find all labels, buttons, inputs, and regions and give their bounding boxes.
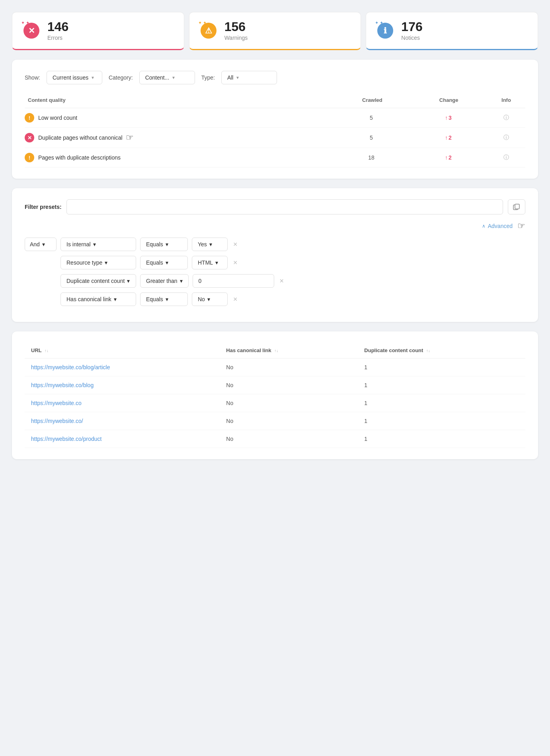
field-select-3[interactable]: Duplicate content count ▾ — [60, 274, 136, 288]
canonical-col-header[interactable]: Has canonical link ↑↓ — [220, 343, 358, 359]
duplicate-sort-icon: ↑↓ — [426, 349, 430, 353]
url-cell[interactable]: https://mywebsite.co/ — [25, 412, 220, 430]
table-row[interactable]: https://mywebsite.coNo1 — [25, 394, 525, 412]
type-label: Type: — [201, 74, 215, 81]
warn-icon-2: ! — [25, 153, 34, 162]
duplicate-cell: 1 — [358, 430, 525, 448]
sparkle-warn-icon: ✦ ✦ — [198, 20, 207, 25]
op-2-value: Equals — [146, 259, 163, 266]
table-row[interactable]: ! Low word count 5 ↑3 ⓘ — [25, 108, 525, 128]
remove-filter-1[interactable]: × — [232, 239, 239, 249]
content-quality-table: Content quality Crawled Change Info ! Lo… — [25, 94, 525, 168]
row-2-crawled: 5 — [333, 134, 410, 141]
field-select-1[interactable]: Is internal ▾ — [60, 238, 136, 251]
warnings-label: Warnings — [224, 35, 248, 41]
warnings-icon-wrap: ✦ ✦ ⚠ — [199, 21, 218, 40]
url-sort-icon: ↑↓ — [45, 349, 49, 353]
col-crawled-header: Crawled — [334, 97, 410, 103]
val-select-2[interactable]: HTML ▾ — [192, 256, 228, 269]
category-label: Category: — [109, 74, 133, 81]
url-col-header[interactable]: URL ↑↓ — [25, 343, 220, 359]
remove-filter-4[interactable]: × — [232, 294, 239, 304]
url-cell[interactable]: https://mywebsite.co — [25, 394, 220, 412]
error-row-icon: ✕ — [25, 133, 34, 142]
cursor-hand-icon: ☞ — [126, 132, 134, 143]
svg-rect-1 — [515, 204, 519, 209]
table-row[interactable]: https://mywebsite.co/No1 — [25, 412, 525, 430]
remove-filter-3[interactable]: × — [278, 276, 286, 286]
cursor-hand-icon-2: ☞ — [517, 221, 525, 231]
op-select-2[interactable]: Equals ▾ — [140, 256, 188, 269]
field-select-2[interactable]: Resource type ▾ — [60, 256, 136, 269]
duplicate-cell: 1 — [358, 376, 525, 394]
summary-row: ✦ ✦ ✕ 146 Errors ✦ ✦ ⚠ 156 Warnings ✦ ✦ … — [12, 12, 538, 50]
url-cell[interactable]: https://mywebsite.co/blog/article — [25, 359, 220, 376]
type-chevron-icon: ▾ — [236, 75, 239, 80]
table-row[interactable]: https://mywebsite.co/blogNo1 — [25, 376, 525, 394]
op-chevron-icon-2: ▾ — [166, 259, 168, 266]
warn-icon: ! — [25, 113, 34, 123]
notices-label: Notices — [401, 35, 422, 41]
table-row[interactable]: ! Pages with duplicate descriptions 18 ↑… — [25, 148, 525, 168]
notices-card[interactable]: ✦ ✦ ℹ 176 Notices — [366, 12, 538, 50]
connector-select-1[interactable]: And ▾ — [25, 238, 57, 251]
op-4-value: Equals — [146, 296, 163, 302]
errors-label: Errors — [47, 35, 68, 41]
notices-text: 176 Notices — [401, 20, 422, 41]
field-chevron-icon-4: ▾ — [114, 296, 117, 302]
notices-icon-wrap: ✦ ✦ ℹ — [376, 21, 395, 40]
up-arrow-icon: ↑ — [445, 154, 448, 161]
field-select-4[interactable]: Has canonical link ▾ — [60, 292, 136, 306]
val-select-1[interactable]: Yes ▾ — [192, 238, 228, 251]
table-row[interactable]: ✕ Duplicate pages without canonical ☞ 5 … — [25, 128, 525, 148]
op-select-4[interactable]: Equals ▾ — [140, 292, 188, 306]
type-select[interactable]: All ▾ — [221, 71, 277, 84]
presets-copy-button[interactable] — [508, 199, 525, 214]
col-name-header: Content quality — [25, 97, 334, 103]
filters-row: Show: Current issues ▾ Category: Content… — [25, 71, 525, 84]
row-3-change: ↑2 — [410, 154, 487, 161]
connector-1-value: And — [30, 241, 40, 247]
duplicate-col-header[interactable]: Duplicate content count ↑↓ — [358, 343, 525, 359]
notices-count: 176 — [401, 20, 422, 33]
row-3-crawled: 18 — [333, 154, 410, 161]
errors-card[interactable]: ✦ ✦ ✕ 146 Errors — [12, 12, 184, 50]
category-select[interactable]: Content... ▾ — [139, 71, 195, 84]
field-3-value: Duplicate content count — [66, 278, 125, 284]
field-chevron-icon-3: ▾ — [127, 278, 130, 284]
data-table: URL ↑↓ Has canonical link ↑↓ Duplicate c… — [25, 343, 525, 448]
table-row[interactable]: https://mywebsite.co/blog/articleNo1 — [25, 359, 525, 376]
row-3-info[interactable]: ⓘ — [487, 154, 525, 161]
url-cell[interactable]: https://mywebsite.co/product — [25, 430, 220, 448]
filter-row-1: And ▾ Is internal ▾ Equals ▾ Yes ▾ × — [25, 238, 525, 251]
errors-text: 146 Errors — [47, 20, 68, 41]
op-select-1[interactable]: Equals ▾ — [140, 238, 188, 251]
val-select-4[interactable]: No ▾ — [192, 292, 228, 306]
val-chevron-icon-2: ▾ — [215, 259, 218, 266]
advanced-label[interactable]: Advanced — [488, 223, 513, 229]
field-chevron-icon-2: ▾ — [105, 259, 107, 266]
field-2-value: Resource type — [66, 259, 102, 266]
row-2-name: Duplicate pages without canonical — [38, 134, 123, 141]
val-4-value: No — [198, 296, 205, 302]
show-select[interactable]: Current issues ▾ — [47, 71, 102, 84]
row-1-info[interactable]: ⓘ — [487, 114, 525, 121]
warnings-card[interactable]: ✦ ✦ ⚠ 156 Warnings — [189, 12, 361, 50]
filter-row-4: Has canonical link ▾ Equals ▾ No ▾ × — [60, 292, 525, 306]
up-arrow-icon: ↑ — [445, 134, 448, 141]
op-select-3[interactable]: Greater than ▾ — [140, 274, 189, 288]
remove-filter-2[interactable]: × — [232, 257, 239, 268]
presets-input[interactable] — [66, 199, 503, 214]
url-cell[interactable]: https://mywebsite.co/blog — [25, 376, 220, 394]
data-table-card: URL ↑↓ Has canonical link ↑↓ Duplicate c… — [12, 331, 538, 459]
val-input-3[interactable] — [193, 274, 274, 288]
table-row[interactable]: https://mywebsite.co/productNo1 — [25, 430, 525, 448]
canonical-cell: No — [220, 394, 358, 412]
canonical-sort-icon: ↑↓ — [274, 349, 278, 353]
row-2-info[interactable]: ⓘ — [487, 134, 525, 141]
filter-row-2: Resource type ▾ Equals ▾ HTML ▾ × — [60, 256, 525, 269]
col-info-header: Info — [487, 97, 525, 103]
duplicate-cell: 1 — [358, 394, 525, 412]
errors-icon-wrap: ✦ ✦ ✕ — [22, 21, 41, 40]
table-header: Content quality Crawled Change Info — [25, 94, 525, 108]
